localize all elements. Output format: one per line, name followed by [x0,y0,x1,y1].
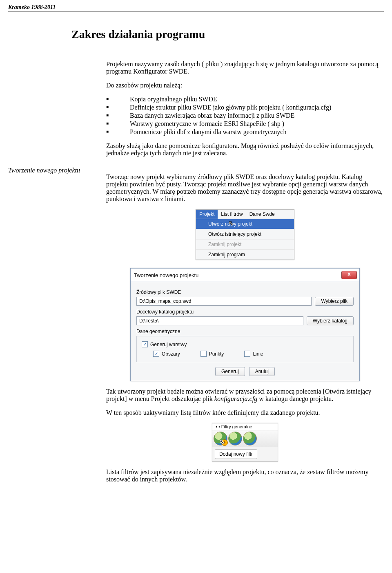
target-dir-input[interactable]: D:\Test5\ [136,316,303,325]
menu-item-open-project[interactable]: Otwórz istniejący projekt [196,229,294,239]
resource-item: Kopia oryginalnego pliku SWDE [106,96,384,103]
after-dialog-paragraph-2: W ten sposób uaktywniamy listę filtrów k… [106,409,384,416]
menu-screenshot: Projekt List filtrów Dane Swde Utwórz no… [196,209,294,260]
cursor-icon: ↖ [229,220,234,226]
cancel-button[interactable]: Anuluj [249,367,275,376]
final-paragraph: Lista filtrów jest zapisywana niezależni… [106,468,384,483]
create-project-paragraph: Tworząc nowy projekt wybieramy źródłowy … [106,173,384,203]
source-file-input[interactable]: D:\Opis_mapa_cop.swd [136,297,312,306]
menu-popup: Utwórz nowy projekt ↖ Otwórz istniejący … [196,219,294,260]
checkbox-label: Obszary [162,351,180,357]
dialog-title: Tworzenie nowego projektu [134,272,198,278]
add-filter-tooltip: Dodaj nowy filtr [215,449,257,459]
target-dir-label: Docelowy katalog projektu [136,309,354,315]
globe-icon[interactable] [228,432,242,445]
menu-item-create-project[interactable]: Utwórz nowy projekt ↖ [196,219,294,229]
filter-toolbar-screenshot: • • Filtry generalne + ↖ Dodaj nowy filt… [212,423,278,462]
section-side-label: Tworzenie nowego projektu [8,167,98,490]
resources-intro: Do zasobów projektu należą: [106,82,384,89]
globe-icon[interactable] [243,432,257,445]
checkbox-punkty[interactable] [200,351,207,357]
checkbox-label: Generuj warstwy [150,342,187,347]
close-icon[interactable]: X [341,271,357,279]
menu-projekt[interactable]: Projekt [196,210,218,219]
checkbox-label: Punkty [209,351,224,357]
create-project-dialog: Tworzenie nowego projektu X Źródłowy pli… [130,268,360,381]
geometry-group: ✓ Generuj warstwy ✓ Obszary Punkty [136,336,354,362]
source-file-label: Źródłowy plik SWDE [136,289,354,295]
toolbar-icons: + ↖ [212,430,278,447]
menu-bar: Projekt List filtrów Dane Swde [196,210,294,219]
checkbox-obszary[interactable]: ✓ [153,351,159,357]
checkbox-linie[interactable] [244,351,250,357]
resource-item: Baza danych zawierająca obraz bazy infor… [106,112,384,119]
menu-list-filtrow[interactable]: List filtrów [218,210,246,219]
intro-paragraph: Projektem nazywamy zasób danych ( pliku … [106,60,384,75]
page-title: Zakres działania programu [71,28,384,41]
resources-note: Zasoby służą jako dane pomocnicze konfig… [106,142,384,157]
resource-item: Definicje struktur pliku SWDE jako główn… [106,104,384,111]
resource-item: Warstwy geometryczne w formacie ESRI Sha… [106,120,384,128]
cursor-icon: ↖ [220,439,225,445]
checkbox-label: Linie [253,351,263,357]
page-header: Krameko 1988-2011 [8,4,384,11]
menu-item-close-project[interactable]: Zamknij projekt [196,239,294,250]
choose-dir-button[interactable]: Wybierz katalog [307,316,354,325]
menu-dane-swde[interactable]: Dane Swde [246,210,278,219]
resource-list: Kopia oryginalnego pliku SWDE Definicje … [106,96,384,136]
resource-item: Pomocnicze pliki dbf z danymi dla warstw… [106,128,384,136]
generate-button[interactable]: Generuj [215,367,245,376]
geometry-label: Dane geometryczne [136,329,354,334]
checkbox-generate-layers[interactable]: ✓ [142,341,148,347]
choose-file-button[interactable]: Wybierz plik [315,297,354,306]
dialog-title-bar: Tworzenie nowego projektu X [131,269,359,282]
toolbar-tab-filters[interactable]: • • Filtry generalne [212,423,278,430]
after-dialog-paragraph-1: Tak utworzony projekt będzie można otwie… [106,388,384,403]
menu-item-exit-program[interactable]: Zamknij program [196,250,294,260]
